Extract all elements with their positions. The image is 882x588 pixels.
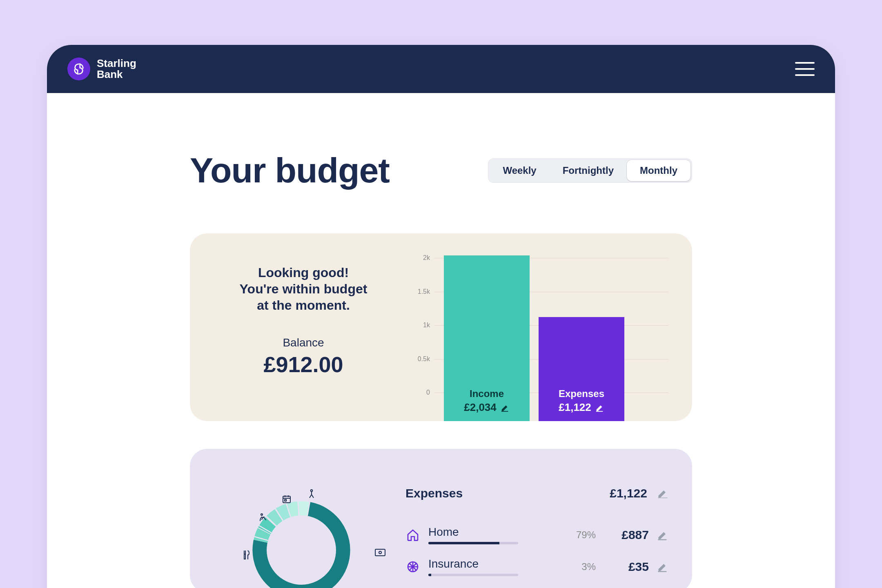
expenses-heading: Expenses (405, 486, 610, 500)
brand-logo[interactable]: Starling Bank (67, 58, 136, 80)
svg-rect-0 (501, 411, 508, 412)
expense-name: Home (428, 526, 559, 539)
wellness-icon (258, 513, 267, 523)
y-tick-label: 1k (410, 322, 430, 329)
expense-row: Insurance3%£35 (405, 551, 668, 583)
y-tick-label: 0.5k (410, 355, 430, 363)
y-tick-label: 1.5k (410, 288, 430, 295)
summary-message: Looking good! You're within budget at th… (214, 264, 393, 313)
expenses-card: Expenses £1,122 Home79%£887Insurance3%£3… (190, 449, 692, 588)
page-title: Your budget (190, 150, 390, 191)
dining-icon (242, 550, 250, 561)
edit-expense-button[interactable] (657, 529, 668, 541)
tab-weekly[interactable]: Weekly (490, 160, 549, 181)
income-bar-label: Income (470, 388, 504, 399)
svg-rect-23 (375, 549, 385, 556)
y-tick-label: 0 (410, 389, 430, 396)
svg-rect-25 (658, 539, 666, 540)
expense-amount: £887 (604, 528, 649, 542)
balance-value: £912.00 (214, 352, 393, 377)
expenses-bar: Expenses£1,122 (539, 317, 624, 421)
summary-card: Looking good! You're within budget at th… (190, 233, 692, 421)
cash-icon (374, 548, 386, 558)
edit-expenses-button[interactable] (657, 488, 668, 499)
income-expense-chart: 00.5k1k1.5k2k Income£2,034Expenses£1,122 (410, 258, 668, 421)
income-bar: Income£2,034 (444, 255, 530, 421)
svg-rect-31 (658, 571, 666, 572)
calendar-icon (282, 495, 291, 505)
charity-icon (307, 489, 316, 500)
income-bar-value: £2,034 (464, 401, 497, 414)
expense-progress (428, 574, 518, 576)
expense-progress (428, 542, 518, 544)
expense-percent: 79% (567, 529, 596, 541)
expenses-bar-value: £1,122 (559, 401, 591, 414)
insurance-icon (405, 559, 420, 574)
app-window: Starling Bank Your budget Weekly Fortnig… (47, 45, 835, 588)
tab-fortnightly[interactable]: Fortnightly (550, 160, 627, 181)
app-header: Starling Bank (47, 45, 835, 93)
brand-name: Starling Bank (97, 58, 136, 80)
expense-name: Insurance (428, 557, 559, 570)
svg-rect-1 (596, 411, 603, 412)
hamburger-menu-icon[interactable] (795, 62, 815, 76)
expense-amount: £35 (604, 560, 649, 574)
balance-label: Balance (214, 336, 393, 349)
svg-rect-21 (285, 499, 286, 501)
edit-expenses-button[interactable] (595, 403, 604, 412)
tab-monthly[interactable]: Monthly (627, 160, 690, 181)
home-icon (405, 528, 420, 542)
expenses-donut-chart (214, 486, 389, 588)
edit-expense-button[interactable] (657, 561, 668, 572)
edit-income-button[interactable] (501, 403, 510, 412)
period-segmented-control: Weekly Fortnightly Monthly (488, 158, 692, 183)
brand-mark-icon (67, 58, 90, 80)
expense-percent: 3% (567, 561, 596, 572)
expenses-bar-label: Expenses (559, 388, 604, 399)
svg-point-22 (261, 514, 263, 515)
expenses-total: £1,122 (610, 486, 647, 500)
y-tick-label: 2k (410, 254, 430, 262)
expense-row: Home79%£887 (405, 519, 668, 551)
svg-point-24 (379, 551, 381, 554)
